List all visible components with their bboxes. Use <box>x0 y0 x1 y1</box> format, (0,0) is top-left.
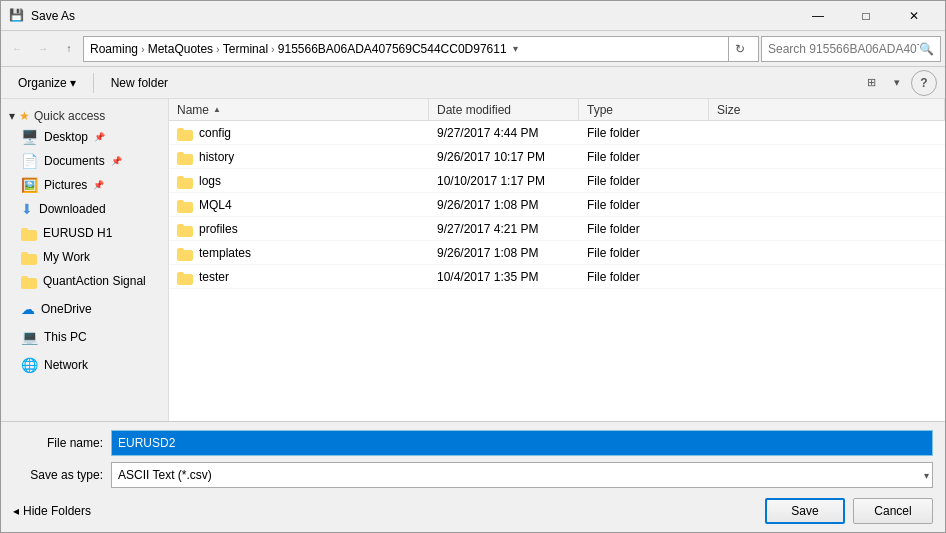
file-type: File folder <box>579 241 709 264</box>
pictures-icon: 🖼️ <box>21 177 38 193</box>
sidebar-item-quantaction[interactable]: QuantAction Signal <box>1 269 168 293</box>
sidebar-item-onedrive[interactable]: ☁ OneDrive <box>1 297 168 321</box>
quick-access-header[interactable]: ▾ ★ Quick access <box>1 103 168 125</box>
file-name: history <box>199 150 234 164</box>
sidebar-item-downloaded[interactable]: ⬇ Downloaded <box>1 197 168 221</box>
search-box[interactable]: 🔍 <box>761 36 941 62</box>
sidebar-item-thispc[interactable]: 💻 This PC <box>1 325 168 349</box>
col-header-size[interactable]: Size <box>709 99 945 120</box>
sort-arrow: ▲ <box>213 105 221 114</box>
organize-button[interactable]: Organize ▾ <box>9 71 85 95</box>
onedrive-section: ☁ OneDrive <box>1 297 168 321</box>
table-row[interactable]: logs 10/10/2017 1:17 PM File folder <box>169 169 945 193</box>
file-size <box>709 169 945 192</box>
documents-icon: 📄 <box>21 153 38 169</box>
table-row[interactable]: MQL4 9/26/2017 1:08 PM File folder <box>169 193 945 217</box>
toolbar-separator <box>93 73 94 93</box>
cancel-button[interactable]: Cancel <box>853 498 933 524</box>
file-name: MQL4 <box>199 198 232 212</box>
filetype-label: Save as type: <box>13 468 103 482</box>
table-row[interactable]: tester 10/4/2017 1:35 PM File folder <box>169 265 945 289</box>
network-icon: 🌐 <box>21 357 38 373</box>
pin-icon-docs: 📌 <box>111 156 122 166</box>
file-type: File folder <box>579 193 709 216</box>
sidebar-item-desktop[interactable]: 🖥️ Desktop 📌 <box>1 125 168 149</box>
file-date: 9/26/2017 1:08 PM <box>429 241 579 264</box>
filename-row: File name: <box>13 430 933 456</box>
file-type: File folder <box>579 217 709 240</box>
new-folder-button[interactable]: New folder <box>102 71 177 95</box>
window-title: Save As <box>31 9 795 23</box>
file-date: 9/27/2017 4:44 PM <box>429 121 579 144</box>
bottom-actions: ◂ Hide Folders Save Cancel <box>13 494 933 524</box>
maximize-button[interactable]: □ <box>843 1 889 31</box>
pin-icon: 📌 <box>94 132 105 142</box>
filetype-select-wrapper: ASCII Text (*.csv) ▾ <box>111 462 933 488</box>
mywork-folder-icon <box>21 249 37 265</box>
sidebar-item-my-work[interactable]: My Work <box>1 245 168 269</box>
file-date: 9/26/2017 1:08 PM <box>429 193 579 216</box>
sidebar-item-pictures[interactable]: 🖼️ Pictures 📌 <box>1 173 168 197</box>
path-part-metaquotes: MetaQuotes <box>148 42 213 56</box>
minimize-button[interactable]: — <box>795 1 841 31</box>
address-path[interactable]: Roaming › MetaQuotes › Terminal › 915566… <box>83 36 759 62</box>
organize-chevron-icon: ▾ <box>70 76 76 90</box>
table-row[interactable]: history 9/26/2017 10:17 PM File folder <box>169 145 945 169</box>
sidebar-item-eurusd-h1[interactable]: EURUSD H1 <box>1 221 168 245</box>
title-bar: 💾 Save As — □ ✕ <box>1 1 945 31</box>
main-content: ▾ ★ Quick access 🖥️ Desktop 📌 📄 Document… <box>1 99 945 421</box>
folder-icon <box>177 221 193 237</box>
table-row[interactable]: templates 9/26/2017 1:08 PM File folder <box>169 241 945 265</box>
folder-icon <box>177 245 193 261</box>
col-header-date[interactable]: Date modified <box>429 99 579 120</box>
downloaded-icon: ⬇ <box>21 201 33 217</box>
up-button[interactable]: ↑ <box>57 37 81 61</box>
path-part-roaming: Roaming <box>90 42 138 56</box>
path-dropdown-icon[interactable]: ▾ <box>513 43 518 54</box>
file-size <box>709 265 945 288</box>
path-content: Roaming › MetaQuotes › Terminal › 915566… <box>90 42 728 56</box>
filetype-select[interactable]: ASCII Text (*.csv) <box>111 462 933 488</box>
file-name: templates <box>199 246 251 260</box>
sidebar-item-network[interactable]: 🌐 Network <box>1 353 168 377</box>
file-name: tester <box>199 270 229 284</box>
search-input[interactable] <box>768 42 919 56</box>
forward-button[interactable]: → <box>31 37 55 61</box>
col-header-type[interactable]: Type <box>579 99 709 120</box>
table-row[interactable]: config 9/27/2017 4:44 PM File folder <box>169 121 945 145</box>
folder-icon <box>177 197 193 213</box>
refresh-button[interactable]: ↻ <box>728 36 752 62</box>
back-button[interactable]: ← <box>5 37 29 61</box>
hide-folders-chevron-icon: ◂ <box>13 504 19 518</box>
file-name: config <box>199 126 231 140</box>
col-header-name[interactable]: Name ▲ <box>169 99 429 120</box>
table-row[interactable]: profiles 9/27/2017 4:21 PM File folder <box>169 217 945 241</box>
file-type: File folder <box>579 145 709 168</box>
window-icon: 💾 <box>9 8 25 24</box>
filetype-row: Save as type: ASCII Text (*.csv) ▾ <box>13 462 933 488</box>
file-date: 9/26/2017 10:17 PM <box>429 145 579 168</box>
address-bar: ← → ↑ Roaming › MetaQuotes › Terminal › … <box>1 31 945 67</box>
search-icon: 🔍 <box>919 42 934 56</box>
file-size <box>709 193 945 216</box>
save-button[interactable]: Save <box>765 498 845 524</box>
filename-input[interactable] <box>111 430 933 456</box>
thispc-icon: 💻 <box>21 329 38 345</box>
quick-access-chevron: ▾ <box>9 109 15 123</box>
file-list-header: Name ▲ Date modified Type Size <box>169 99 945 121</box>
path-part-id: 915566BA06ADA407569C544CC0D97611 <box>278 42 507 56</box>
file-date: 10/10/2017 1:17 PM <box>429 169 579 192</box>
pin-icon-pics: 📌 <box>93 180 104 190</box>
file-type: File folder <box>579 121 709 144</box>
folder-icon <box>177 269 193 285</box>
thispc-section: 💻 This PC <box>1 325 168 349</box>
hide-folders-button[interactable]: ◂ Hide Folders <box>13 504 91 518</box>
close-button[interactable]: ✕ <box>891 1 937 31</box>
help-button[interactable]: ? <box>911 70 937 96</box>
path-part-terminal: Terminal <box>223 42 268 56</box>
file-date: 9/27/2017 4:21 PM <box>429 217 579 240</box>
view-toggle-button[interactable]: ⊞ <box>859 71 883 95</box>
view-dropdown-button[interactable]: ▾ <box>885 71 909 95</box>
sidebar-item-documents[interactable]: 📄 Documents 📌 <box>1 149 168 173</box>
file-list: Name ▲ Date modified Type Size config 9 <box>169 99 945 421</box>
